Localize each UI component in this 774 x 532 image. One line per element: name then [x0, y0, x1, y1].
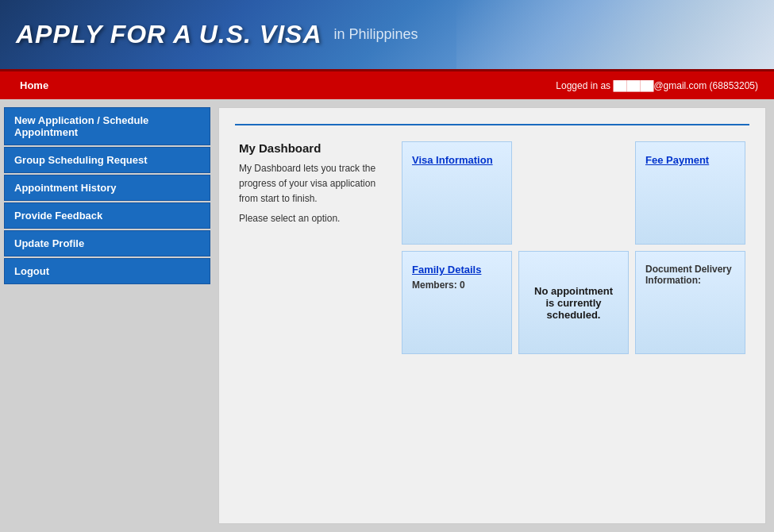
visa-information-link[interactable]: Visa Information — [412, 154, 502, 166]
sidebar-item-new-application[interactable]: New Application / Schedule Appointment — [4, 107, 210, 145]
sidebar-item-provide-feedback[interactable]: Provide Feedback — [4, 202, 210, 229]
document-delivery-title: Document Delivery Information: — [645, 264, 735, 286]
sidebar-item-update-profile[interactable]: Update Profile — [4, 230, 210, 256]
sidebar: New Application / Schedule Appointment G… — [0, 99, 214, 532]
header-title: APPLY FOR A U.S. VISA — [16, 20, 322, 49]
no-appointment-card: No appointment is currently scheduled. — [518, 251, 629, 354]
document-delivery-card: Document Delivery Information: — [635, 251, 745, 354]
logged-in-status: Logged in as ██████@gmail.com (68853205) — [556, 80, 766, 91]
family-members-count: Members: 0 — [412, 279, 502, 291]
sidebar-item-appointment-history[interactable]: Appointment History — [4, 175, 210, 201]
sidebar-item-logout[interactable]: Logout — [4, 258, 210, 284]
dashboard-title: My Dashboard — [239, 141, 390, 155]
dashboard-text: My Dashboard My Dashboard lets you track… — [239, 141, 390, 354]
visa-information-card: Visa Information — [402, 141, 512, 245]
main-content: My Dashboard My Dashboard lets you track… — [218, 107, 766, 524]
fee-payment-link[interactable]: Fee Payment — [645, 154, 735, 166]
dashboard-cards: Visa Information Fee Payment Family Deta… — [402, 141, 745, 354]
top-divider — [235, 124, 749, 125]
family-details-link[interactable]: Family Details — [412, 264, 502, 276]
empty-card-1 — [518, 141, 629, 245]
main-layout: New Application / Schedule Appointment G… — [0, 99, 774, 532]
dashboard-desc1: My Dashboard lets you track the progress… — [239, 161, 390, 207]
fee-payment-card: Fee Payment — [635, 141, 745, 245]
dashboard-desc2: Please select an option. — [239, 211, 390, 226]
home-nav-button[interactable]: Home — [8, 71, 60, 99]
no-appointment-text: No appointment is currently scheduled. — [529, 285, 618, 321]
sidebar-item-group-scheduling[interactable]: Group Scheduling Request — [4, 147, 210, 173]
header: APPLY FOR A U.S. VISA in Philippines — [0, 0, 774, 71]
dashboard-layout: My Dashboard My Dashboard lets you track… — [235, 141, 749, 354]
header-subtitle: in Philippines — [334, 26, 418, 43]
family-details-card: Family Details Members: 0 — [402, 251, 512, 354]
navbar: Home Logged in as ██████@gmail.com (6885… — [0, 71, 774, 99]
